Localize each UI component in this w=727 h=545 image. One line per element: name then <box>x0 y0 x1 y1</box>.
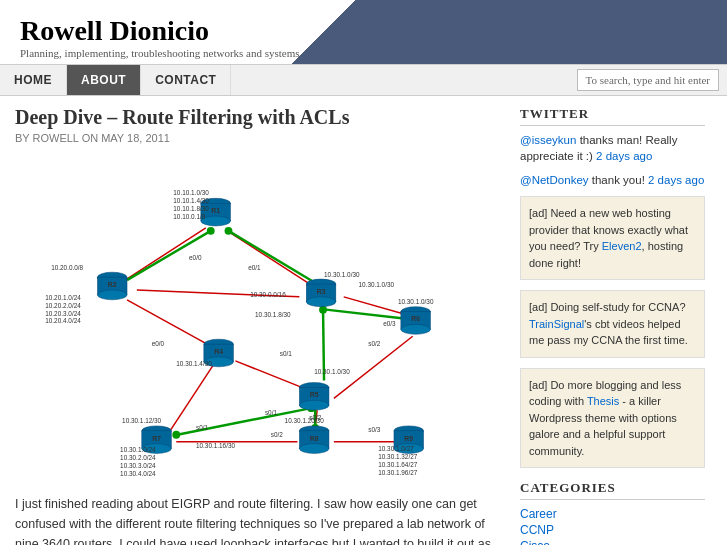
svg-point-10 <box>306 297 336 307</box>
r3-10: 10.30.1.8/30 <box>255 311 291 318</box>
r9-lo2: 10.30.1.32/27 <box>378 453 418 460</box>
link-r4-r5 <box>235 361 309 391</box>
tweet-1: @isseykun thanks man! Really appreciate … <box>520 132 705 164</box>
network-diagram: R1 10.10.1.0/30 10.10.1.4/30 10.10.1.8/3… <box>15 154 505 484</box>
svg-text:R7: R7 <box>152 435 161 442</box>
category-career[interactable]: Career <box>520 506 705 522</box>
r2-ip: 10.20.0.0/8 <box>51 264 83 271</box>
green-dot-2 <box>225 227 233 235</box>
r7-lo4: 10.30.4.0/24 <box>120 470 156 477</box>
tweet-2: @NetDonkey thank you! 2 days ago <box>520 172 705 188</box>
r9-lo4: 10.30.1.96/27 <box>378 469 418 476</box>
r1-ip1: 10.10.1.0/30 <box>173 189 209 196</box>
nav-contact[interactable]: CONTACT <box>141 65 231 95</box>
r4-net: 10.30.1.4/30 <box>176 360 212 367</box>
ad-box-3: [ad] Do more blogging and less coding wi… <box>520 368 705 469</box>
svg-text:R9: R9 <box>404 435 413 442</box>
r9-lo3: 10.30.1.64/27 <box>378 461 418 468</box>
link-r2-r4 <box>127 300 211 346</box>
site-subtitle: Planning, implementing, troubleshooting … <box>20 47 707 59</box>
twitter-section-title: Twitter <box>520 106 705 126</box>
r2-lo1: 10.20.1.0/24 <box>45 294 81 301</box>
iface-r7-s01: s0/1 <box>196 424 209 431</box>
categories-title: Categories <box>520 480 705 500</box>
r7-lo1: 10.30.1.0/24 <box>120 446 156 453</box>
r6-net: 10.30.1.0/30 <box>398 298 434 305</box>
svg-point-2 <box>201 216 231 226</box>
iface-r2-e0: e0/0 <box>152 340 165 347</box>
network-svg: R1 10.10.1.0/30 10.10.1.4/30 10.10.1.8/3… <box>15 154 505 484</box>
article-content: Deep Dive – Route Filtering with ACLs by… <box>15 106 505 545</box>
r8-net: 10.30.1.20/30 <box>285 417 325 424</box>
r5-net: 10.30.1.0/30 <box>314 368 350 375</box>
router-r6: R6 <box>401 307 431 335</box>
navigation: HOME ABOUT CONTACT To search, type and h… <box>0 65 727 96</box>
article-meta: by ROWELL on MAY 18, 2011 <box>15 132 505 144</box>
tweet-1-time[interactable]: 2 days ago <box>596 150 652 162</box>
tweet-2-time[interactable]: 2 days ago <box>648 174 704 186</box>
article-title: Deep Dive – Route Filtering with ACLs <box>15 106 505 129</box>
ad-3-link[interactable]: Thesis <box>587 395 619 407</box>
r2-lo3: 10.20.3.0/24 <box>45 310 81 317</box>
tweet-2-handle[interactable]: @NetDonkey <box>520 174 589 186</box>
active-link-4 <box>326 310 413 320</box>
categories-section: Categories Career CCNP Cisco Cisco User … <box>520 480 705 545</box>
svg-text:R4: R4 <box>214 348 223 355</box>
r3-ip2: 10.30.1.0/30 <box>324 271 360 278</box>
r1-ip2: 10.10.1.4/30 <box>173 197 209 204</box>
iface-s02: s0/2 <box>368 340 381 347</box>
svg-point-6 <box>97 290 127 300</box>
ad-box-2: [ad] Doing self-study for CCNA? TrainSig… <box>520 290 705 358</box>
svg-text:R8: R8 <box>310 435 319 442</box>
svg-text:R5: R5 <box>310 391 319 398</box>
iface-r9-s03: s0/3 <box>368 426 381 433</box>
iface-e03: e0/3 <box>383 320 396 327</box>
green-dot-1 <box>207 227 215 235</box>
router-r2: R2 <box>97 272 127 300</box>
router-r3: R3 <box>306 279 336 307</box>
svg-text:R6: R6 <box>411 315 420 322</box>
ad-box-1: [ad] Need a new web hosting provider tha… <box>520 196 705 280</box>
router-r5: R5 <box>299 383 329 411</box>
r3-ip3: 10.30.1.0/30 <box>359 281 395 288</box>
ad-2-text: [ad] Doing self-study for CCNA? <box>529 301 686 313</box>
nav-home[interactable]: HOME <box>0 65 67 95</box>
r7-lo2: 10.30.2.0/24 <box>120 454 156 461</box>
svg-point-18 <box>299 400 329 410</box>
router-r8: R8 <box>299 426 329 454</box>
iface-e01: e0/1 <box>248 264 261 271</box>
svg-text:R3: R3 <box>317 288 326 295</box>
site-title: Rowell Dionicio <box>20 15 707 47</box>
article-body: I just finished reading about EIGRP and … <box>15 494 505 545</box>
r2-lo2: 10.20.2.0/24 <box>45 302 81 309</box>
article-meta-text: by ROWELL on MAY 18, 2011 <box>15 132 170 144</box>
main-content: Deep Dive – Route Filtering with ACLs by… <box>0 96 727 545</box>
active-link-2 <box>228 231 317 284</box>
r7-net: 10.30.1.12/30 <box>122 417 162 424</box>
r9-lo1: 10.30.1.0/27 <box>378 445 414 452</box>
iface-e00: e0/0 <box>189 254 202 261</box>
svg-text:R2: R2 <box>108 281 117 288</box>
r1-ip4: 10.10.0.1/8 <box>173 213 205 220</box>
tweet-2-text: thank you! <box>592 174 648 186</box>
iface-r7-net2: 10.30.1.16/30 <box>196 442 236 449</box>
nav-about[interactable]: ABOUT <box>67 65 141 95</box>
category-cisco[interactable]: Cisco <box>520 538 705 545</box>
svg-text:R1: R1 <box>211 207 220 214</box>
r1-ip3: 10.10.1.8/30 <box>173 205 209 212</box>
ad-1-link[interactable]: Eleven2 <box>602 240 642 252</box>
ad-2-link[interactable]: TrainSignal <box>529 318 584 330</box>
cisco-label: Cisco Group <box>398 483 434 484</box>
iface-r3-s01: s0/1 <box>280 350 293 357</box>
green-dot-5 <box>172 431 180 439</box>
site-header: Rowell Dionicio Planning, implementing, … <box>0 0 727 65</box>
iface-r8-s02: s0/2 <box>271 431 284 438</box>
iface-r5-s01: s0/1 <box>265 409 278 416</box>
r3-net: 10.30.0.0/16 <box>250 291 286 298</box>
search-box[interactable]: To search, type and hit enter <box>577 69 719 91</box>
tweet-1-handle[interactable]: @isseykun <box>520 134 576 146</box>
link-r4-r7 <box>169 366 212 432</box>
sidebar: Twitter @isseykun thanks man! Really app… <box>520 106 705 545</box>
category-ccnp[interactable]: CCNP <box>520 522 705 538</box>
r2-lo4: 10.20.4.0/24 <box>45 317 81 324</box>
